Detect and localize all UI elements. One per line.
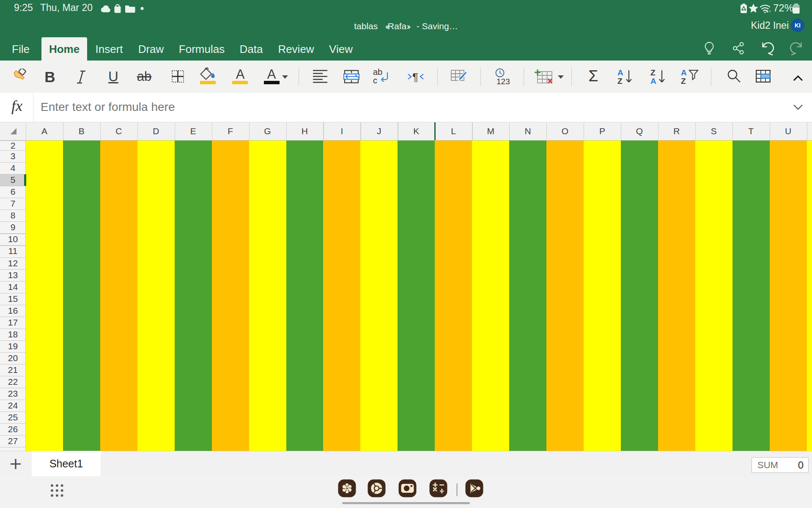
- svg-text:Z: Z: [681, 77, 686, 85]
- svg-text:c: c: [373, 76, 377, 85]
- svg-text:A: A: [650, 77, 656, 85]
- svg-text:A: A: [681, 69, 687, 77]
- svg-text:ab: ab: [373, 68, 382, 77]
- svg-text:Z: Z: [617, 77, 623, 85]
- svg-text:Z: Z: [650, 69, 656, 77]
- svg-text:123: 123: [497, 77, 510, 86]
- svg-text:¶: ¶: [412, 71, 418, 83]
- svg-text:A: A: [617, 69, 623, 77]
